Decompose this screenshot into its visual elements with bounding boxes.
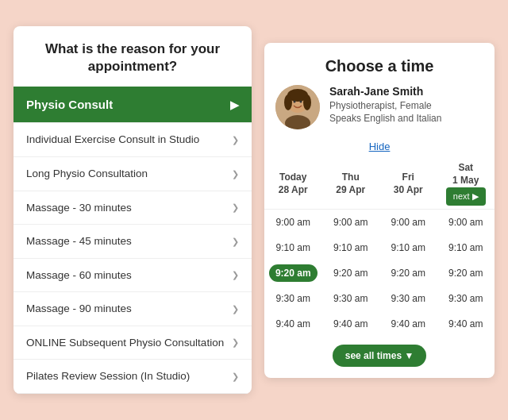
time-grid-row: 9:30 am9:30 am9:30 am9:30 am [264, 286, 495, 311]
svg-point-4 [284, 94, 292, 110]
time-slot[interactable]: 9:40 am [442, 315, 489, 333]
menu-item-label: Long Physio Consultation [26, 167, 148, 181]
col-sat-header: Sat 1 May next ▶ [437, 159, 495, 210]
menu-item[interactable]: Massage - 45 minutes❯ [13, 225, 252, 259]
time-slot[interactable]: 9:30 am [385, 290, 432, 307]
svg-point-7 [300, 100, 302, 102]
hide-link[interactable]: Hide [264, 137, 495, 159]
menu-item-label: Massage - 90 minutes [26, 302, 132, 316]
provider-title: Physiotherapist, Female [329, 99, 483, 113]
question-header: What is the reason for your appointment? [13, 26, 252, 87]
selected-menu-item[interactable]: Physio Consult ▶ [13, 87, 252, 122]
time-cell: 9:20 am [379, 260, 437, 286]
col-fri-header: Fri 30 Apr [379, 159, 437, 210]
time-slot[interactable]: 9:30 am [442, 290, 489, 307]
time-cell: 9:00 am [437, 209, 495, 235]
menu-item-label: Pilates Review Session (In Studio) [26, 369, 190, 383]
time-cell: 9:40 am [437, 311, 495, 337]
menu-item-label: Massage - 30 minutes [26, 201, 132, 215]
time-slot[interactable]: 9:10 am [385, 239, 432, 256]
time-grid-header-row: Today 28 Apr Thu 29 Apr Fri 30 Apr [264, 159, 495, 210]
menu-list: Individual Exercise Consult in Studio❯Lo… [13, 122, 252, 393]
time-slot[interactable]: 9:30 am [327, 290, 374, 307]
provider-info: Sarah-Jane Smith Physiotherapist, Female… [329, 85, 483, 126]
chevron-icon: ❯ [232, 236, 239, 247]
time-slot[interactable]: 9:10 am [270, 239, 317, 256]
time-cell: 9:00 am [264, 209, 322, 235]
time-grid: Today 28 Apr Thu 29 Apr Fri 30 Apr [264, 159, 495, 337]
time-cell: 9:10 am [322, 235, 380, 260]
time-slot[interactable]: 9:10 am [442, 239, 489, 256]
menu-item-label: Individual Exercise Consult in Studio [26, 133, 199, 147]
chevron-icon: ❯ [232, 371, 239, 382]
menu-item[interactable]: Massage - 60 minutes❯ [13, 259, 252, 293]
time-cell: 9:20 am [264, 260, 322, 286]
time-cell: 9:20 am [437, 260, 495, 286]
chevron-icon: ❯ [232, 202, 239, 213]
menu-item[interactable]: Long Physio Consultation❯ [13, 157, 252, 191]
time-slot[interactable]: 9:20 am [269, 264, 318, 282]
time-slot[interactable]: 9:40 am [327, 315, 374, 333]
time-slot[interactable]: 9:40 am [270, 315, 317, 333]
col-thu-header: Thu 29 Apr [322, 159, 380, 210]
provider-languages: Speaks English and Italian [329, 112, 483, 125]
provider-section: Sarah-Jane Smith Physiotherapist, Female… [264, 85, 495, 137]
time-slot[interactable]: 9:40 am [385, 315, 432, 333]
time-cell: 9:40 am [264, 311, 322, 337]
time-cell: 9:30 am [379, 286, 437, 311]
svg-point-5 [303, 94, 311, 110]
left-panel: What is the reason for your appointment?… [13, 26, 252, 394]
see-all-times-button[interactable]: see all times ▼ [333, 345, 427, 367]
time-slot[interactable]: 9:00 am [327, 214, 374, 231]
time-slot[interactable]: 9:00 am [270, 214, 317, 231]
time-slot[interactable]: 9:10 am [327, 239, 374, 256]
avatar [275, 85, 320, 129]
time-slot[interactable]: 9:00 am [442, 214, 489, 231]
time-cell: 9:30 am [264, 286, 322, 311]
time-cell: 9:10 am [379, 235, 437, 260]
time-slot[interactable]: 9:00 am [385, 214, 432, 231]
time-cell: 9:30 am [437, 286, 495, 311]
time-grid-row: 9:20 am9:20 am9:20 am9:20 am [264, 260, 495, 286]
col-today-header: Today 28 Apr [264, 159, 322, 210]
time-cell: 9:40 am [322, 311, 380, 337]
menu-item[interactable]: Pilates Review Session (In Studio)❯ [13, 360, 252, 394]
time-cell: 9:00 am [379, 209, 437, 235]
next-button[interactable]: next ▶ [446, 187, 486, 206]
chevron-icon: ❯ [232, 337, 239, 348]
svg-point-6 [294, 100, 296, 102]
time-cell: 9:10 am [264, 235, 322, 260]
chevron-icon: ❯ [232, 168, 239, 179]
time-slot[interactable]: 9:20 am [385, 264, 432, 282]
time-grid-row: 9:10 am9:10 am9:10 am9:10 am [264, 235, 495, 260]
menu-item-label: ONLINE Subsequent Physio Consultation [26, 336, 224, 350]
chevron-icon: ❯ [232, 134, 239, 145]
time-grid-row: 9:40 am9:40 am9:40 am9:40 am [264, 311, 495, 337]
time-cell: 9:30 am [322, 286, 380, 311]
time-cell: 9:00 am [322, 209, 380, 235]
time-cell: 9:40 am [379, 311, 437, 337]
selected-item-label: Physio Consult [26, 98, 113, 111]
provider-name: Sarah-Jane Smith [329, 85, 483, 98]
time-slot[interactable]: 9:30 am [270, 290, 317, 307]
chevron-icon: ❯ [232, 303, 239, 314]
time-slot[interactable]: 9:20 am [442, 264, 489, 282]
menu-item-label: Massage - 60 minutes [26, 268, 132, 283]
right-panel: Choose a time Sarah-Jane Smith [264, 43, 495, 378]
selected-item-arrow: ▶ [230, 98, 239, 111]
time-slot[interactable]: 9:20 am [327, 264, 374, 282]
menu-item[interactable]: ONLINE Subsequent Physio Consultation❯ [13, 326, 252, 360]
time-cell: 9:10 am [437, 235, 495, 260]
choose-time-title: Choose a time [264, 43, 495, 85]
menu-item-label: Massage - 45 minutes [26, 234, 132, 249]
menu-item[interactable]: Massage - 90 minutes❯ [13, 292, 252, 326]
time-cell: 9:20 am [322, 260, 380, 286]
menu-item[interactable]: Individual Exercise Consult in Studio❯ [13, 123, 252, 157]
menu-item[interactable]: Massage - 30 minutes❯ [13, 191, 252, 225]
chevron-icon: ❯ [232, 269, 239, 280]
time-grid-row: 9:00 am9:00 am9:00 am9:00 am [264, 209, 495, 235]
